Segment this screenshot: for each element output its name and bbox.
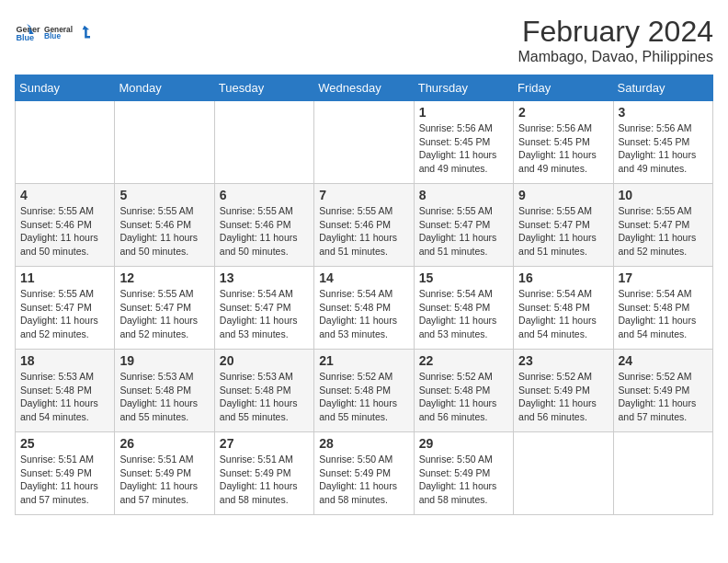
calendar-header-cell: Thursday xyxy=(414,75,513,101)
day-number: 14 xyxy=(319,270,408,285)
day-number: 12 xyxy=(119,270,209,285)
day-number: 5 xyxy=(119,188,209,202)
day-number: 4 xyxy=(20,188,109,202)
calendar-week-row: 18Sunrise: 5:53 AM Sunset: 5:48 PM Dayli… xyxy=(16,350,713,432)
day-info: Sunrise: 5:56 AM Sunset: 5:45 PM Dayligh… xyxy=(518,121,608,176)
day-number: 9 xyxy=(518,188,608,202)
calendar-header-cell: Saturday xyxy=(613,75,712,101)
calendar-header-row: SundayMondayTuesdayWednesdayThursdayFrid… xyxy=(16,75,713,101)
calendar-cell: 11Sunrise: 5:55 AM Sunset: 5:47 PM Dayli… xyxy=(16,267,115,350)
day-info: Sunrise: 5:51 AM Sunset: 5:49 PM Dayligh… xyxy=(220,453,309,507)
day-number: 7 xyxy=(319,188,408,202)
day-number: 16 xyxy=(518,270,608,285)
day-number: 15 xyxy=(419,270,508,285)
day-number: 19 xyxy=(119,353,209,368)
day-info: Sunrise: 5:52 AM Sunset: 5:48 PM Dayligh… xyxy=(419,370,508,424)
day-number: 26 xyxy=(119,436,209,451)
day-info: Sunrise: 5:53 AM Sunset: 5:48 PM Dayligh… xyxy=(220,370,309,424)
calendar-cell: 16Sunrise: 5:54 AM Sunset: 5:48 PM Dayli… xyxy=(514,267,613,350)
calendar-cell: 17Sunrise: 5:54 AM Sunset: 5:48 PM Dayli… xyxy=(613,267,712,350)
day-info: Sunrise: 5:55 AM Sunset: 5:47 PM Dayligh… xyxy=(119,287,209,341)
day-info: Sunrise: 5:55 AM Sunset: 5:46 PM Dayligh… xyxy=(119,204,209,259)
day-number: 10 xyxy=(619,188,708,202)
day-info: Sunrise: 5:52 AM Sunset: 5:48 PM Dayligh… xyxy=(319,370,408,424)
day-info: Sunrise: 5:55 AM Sunset: 5:46 PM Dayligh… xyxy=(20,204,109,259)
day-number: 17 xyxy=(619,270,708,285)
svg-marker-5 xyxy=(83,26,90,39)
calendar-cell: 26Sunrise: 5:51 AM Sunset: 5:49 PM Dayli… xyxy=(115,432,214,515)
day-number: 6 xyxy=(220,188,309,202)
day-info: Sunrise: 5:51 AM Sunset: 5:49 PM Dayligh… xyxy=(119,453,209,507)
day-number: 1 xyxy=(419,105,508,120)
calendar-header-cell: Wednesday xyxy=(314,75,414,101)
logo: General Blue General Blue xyxy=(15,15,90,52)
calendar-cell: 25Sunrise: 5:51 AM Sunset: 5:49 PM Dayli… xyxy=(16,432,115,515)
day-number: 13 xyxy=(220,270,309,285)
calendar-table: SundayMondayTuesdayWednesdayThursdayFrid… xyxy=(15,75,713,515)
day-number: 8 xyxy=(419,188,508,202)
subtitle: Mambago, Davao, Philippines xyxy=(518,49,713,65)
calendar-cell: 5Sunrise: 5:55 AM Sunset: 5:46 PM Daylig… xyxy=(115,184,214,267)
calendar-cell xyxy=(115,101,214,184)
calendar-cell: 12Sunrise: 5:55 AM Sunset: 5:47 PM Dayli… xyxy=(115,267,214,350)
day-number: 2 xyxy=(518,105,608,120)
svg-text:Blue: Blue xyxy=(16,33,34,42)
calendar-cell: 2Sunrise: 5:56 AM Sunset: 5:45 PM Daylig… xyxy=(514,101,613,184)
day-info: Sunrise: 5:55 AM Sunset: 5:47 PM Dayligh… xyxy=(20,287,109,341)
svg-text:General: General xyxy=(16,25,40,34)
logo-icon: General Blue xyxy=(15,20,40,46)
calendar-cell: 3Sunrise: 5:56 AM Sunset: 5:45 PM Daylig… xyxy=(613,101,712,184)
day-info: Sunrise: 5:50 AM Sunset: 5:49 PM Dayligh… xyxy=(419,453,508,507)
calendar-cell: 18Sunrise: 5:53 AM Sunset: 5:48 PM Dayli… xyxy=(16,350,115,432)
calendar-cell xyxy=(16,101,115,184)
calendar-cell: 4Sunrise: 5:55 AM Sunset: 5:46 PM Daylig… xyxy=(16,184,115,267)
day-number: 27 xyxy=(220,436,309,451)
calendar-cell: 10Sunrise: 5:55 AM Sunset: 5:47 PM Dayli… xyxy=(613,184,712,267)
calendar-cell xyxy=(613,432,712,515)
day-info: Sunrise: 5:55 AM Sunset: 5:46 PM Dayligh… xyxy=(319,204,408,259)
calendar-header-cell: Tuesday xyxy=(214,75,313,101)
day-number: 22 xyxy=(419,353,508,368)
calendar-cell: 14Sunrise: 5:54 AM Sunset: 5:48 PM Dayli… xyxy=(314,267,414,350)
day-number: 11 xyxy=(20,270,109,285)
day-info: Sunrise: 5:52 AM Sunset: 5:49 PM Dayligh… xyxy=(619,370,708,424)
calendar-header-cell: Monday xyxy=(115,75,214,101)
day-info: Sunrise: 5:55 AM Sunset: 5:47 PM Dayligh… xyxy=(518,204,608,259)
day-info: Sunrise: 5:52 AM Sunset: 5:49 PM Dayligh… xyxy=(518,370,608,424)
calendar-cell: 22Sunrise: 5:52 AM Sunset: 5:48 PM Dayli… xyxy=(414,350,513,432)
day-info: Sunrise: 5:54 AM Sunset: 5:48 PM Dayligh… xyxy=(518,287,608,341)
calendar-cell: 7Sunrise: 5:55 AM Sunset: 5:46 PM Daylig… xyxy=(314,184,414,267)
calendar-cell: 8Sunrise: 5:55 AM Sunset: 5:47 PM Daylig… xyxy=(414,184,513,267)
day-info: Sunrise: 5:54 AM Sunset: 5:48 PM Dayligh… xyxy=(319,287,408,341)
day-info: Sunrise: 5:53 AM Sunset: 5:48 PM Dayligh… xyxy=(119,370,209,424)
day-info: Sunrise: 5:55 AM Sunset: 5:47 PM Dayligh… xyxy=(619,204,708,259)
calendar-week-row: 11Sunrise: 5:55 AM Sunset: 5:47 PM Dayli… xyxy=(16,267,713,350)
day-number: 25 xyxy=(20,436,109,451)
day-info: Sunrise: 5:55 AM Sunset: 5:46 PM Dayligh… xyxy=(220,204,309,259)
calendar-cell xyxy=(214,101,313,184)
calendar-week-row: 4Sunrise: 5:55 AM Sunset: 5:46 PM Daylig… xyxy=(16,184,713,267)
day-number: 21 xyxy=(319,353,408,368)
day-number: 29 xyxy=(419,436,508,451)
day-number: 24 xyxy=(619,353,708,368)
header: General Blue General Blue February 2024 … xyxy=(15,15,713,65)
day-info: Sunrise: 5:50 AM Sunset: 5:49 PM Dayligh… xyxy=(319,453,408,507)
calendar-cell xyxy=(314,101,414,184)
day-info: Sunrise: 5:56 AM Sunset: 5:45 PM Dayligh… xyxy=(419,121,508,176)
calendar-header-cell: Sunday xyxy=(16,75,115,101)
logo-graphic: General Blue xyxy=(44,15,90,52)
calendar-cell: 1Sunrise: 5:56 AM Sunset: 5:45 PM Daylig… xyxy=(414,101,513,184)
day-info: Sunrise: 5:54 AM Sunset: 5:47 PM Dayligh… xyxy=(220,287,309,341)
calendar-cell: 21Sunrise: 5:52 AM Sunset: 5:48 PM Dayli… xyxy=(314,350,414,432)
calendar-cell: 20Sunrise: 5:53 AM Sunset: 5:48 PM Dayli… xyxy=(214,350,313,432)
calendar-cell: 23Sunrise: 5:52 AM Sunset: 5:49 PM Dayli… xyxy=(514,350,613,432)
calendar-cell: 9Sunrise: 5:55 AM Sunset: 5:47 PM Daylig… xyxy=(514,184,613,267)
calendar-cell: 24Sunrise: 5:52 AM Sunset: 5:49 PM Dayli… xyxy=(613,350,712,432)
day-info: Sunrise: 5:55 AM Sunset: 5:47 PM Dayligh… xyxy=(419,204,508,259)
svg-text:Blue: Blue xyxy=(44,31,61,40)
day-info: Sunrise: 5:53 AM Sunset: 5:48 PM Dayligh… xyxy=(20,370,109,424)
calendar-cell: 19Sunrise: 5:53 AM Sunset: 5:48 PM Dayli… xyxy=(115,350,214,432)
calendar-header-cell: Friday xyxy=(514,75,613,101)
calendar-cell: 13Sunrise: 5:54 AM Sunset: 5:47 PM Dayli… xyxy=(214,267,313,350)
calendar-week-row: 1Sunrise: 5:56 AM Sunset: 5:45 PM Daylig… xyxy=(16,101,713,184)
